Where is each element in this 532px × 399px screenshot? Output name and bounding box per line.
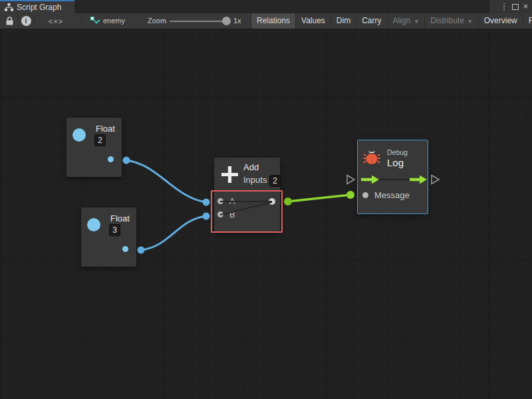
float-value-field[interactable]: 3 (109, 224, 120, 236)
bug-icon (363, 149, 380, 166)
plus-icon (220, 165, 239, 184)
node-title: Float (110, 213, 130, 223)
zoom-slider-handle[interactable] (222, 17, 231, 25)
lock-button[interactable] (3, 13, 16, 29)
zoom-label: Zoom (148, 13, 166, 29)
node-title: Add (243, 162, 259, 172)
float-value-field[interactable]: 2 (94, 134, 106, 146)
node-title: Log (387, 157, 404, 168)
menu-icon[interactable]: ⋮ (499, 0, 508, 13)
node-title: Float (96, 124, 115, 134)
float-literal-icon (72, 128, 86, 142)
tab-title: Script Graph (17, 3, 61, 12)
values-button[interactable]: Values (295, 13, 331, 29)
node-float-3[interactable]: Float 3 (81, 207, 136, 267)
relations-button[interactable]: Relations (251, 13, 295, 29)
align-label: Align (393, 16, 411, 25)
graph-hierarchy-icon (5, 3, 13, 11)
toolbar: i <×> enemy Zoom 1x Relations Values Dim… (0, 13, 532, 29)
carry-button[interactable]: Carry (356, 13, 386, 29)
message-input-port[interactable] (362, 192, 368, 198)
graph-name-label[interactable]: enemy (103, 13, 125, 29)
distribute-dropdown[interactable]: Distribute▼ (424, 13, 478, 29)
message-port-label: Message (374, 190, 410, 200)
zoom-slider-track[interactable] (170, 21, 229, 22)
inputs-count-field[interactable]: 2 (269, 175, 281, 187)
input-port-a[interactable] (217, 198, 223, 204)
node-category: Debug (387, 148, 408, 156)
toolbar-separator (34, 15, 35, 27)
close-icon[interactable]: × (523, 0, 528, 13)
graph-asset-icon (90, 13, 100, 29)
distribute-label: Distribute (430, 16, 464, 25)
node-debug-log[interactable]: Debug Log Message (357, 140, 428, 214)
inputs-label: Inputs (243, 175, 267, 185)
toolbar-button-bar: Relations Values Dim Carry Align▼ Distri… (251, 13, 532, 29)
port-b-label: B (229, 210, 235, 219)
code-toggle-button[interactable]: <×> (39, 13, 73, 29)
input-port-b[interactable] (217, 211, 223, 217)
script-graph-window: Script Graph ⋮ × i <×> (0, 0, 532, 399)
tab-strip: Script Graph ⋮ × (0, 0, 532, 13)
dim-button[interactable]: Dim (331, 13, 356, 29)
overview-button[interactable]: Overview (478, 13, 523, 29)
toolbar-separator (81, 15, 82, 27)
zoom-value: 1x (233, 13, 241, 29)
chevron-down-icon: ▼ (414, 19, 419, 25)
code-toggle-icon: <×> (49, 17, 63, 25)
float-output-port[interactable] (108, 156, 114, 162)
lock-icon (6, 17, 13, 25)
info-button[interactable]: i (19, 13, 33, 29)
float-output-port[interactable] (122, 246, 128, 252)
chevron-down-icon: ▼ (467, 19, 473, 25)
align-dropdown[interactable]: Align▼ (387, 13, 425, 29)
float-literal-icon (87, 218, 100, 231)
maximize-icon[interactable] (512, 4, 519, 10)
window-controls: ⋮ × (489, 0, 532, 13)
node-add[interactable]: Add Inputs 2 A B (214, 158, 280, 231)
toolbar-separator (18, 15, 19, 27)
port-a-label: A (229, 197, 235, 206)
node-float-2[interactable]: Float 2 (66, 118, 122, 177)
tab-script-graph[interactable]: Script Graph (0, 0, 74, 13)
sum-output-port[interactable] (269, 198, 275, 205)
full-screen-button[interactable]: Full Screen (523, 13, 532, 29)
info-icon: i (21, 16, 31, 26)
